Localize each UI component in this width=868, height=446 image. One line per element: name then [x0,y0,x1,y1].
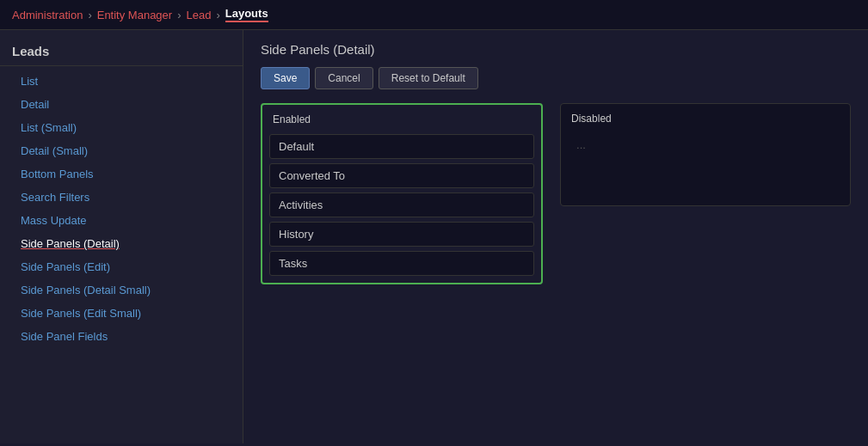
breadcrumb-sep-1: › [88,9,91,21]
sidebar-item-side-panel-fields[interactable]: Side Panel Fields [0,325,243,348]
breadcrumb: Administration › Entity Manager › Lead ›… [12,7,268,22]
sidebar-item-side-panels-edit-small[interactable]: Side Panels (Edit Small) [0,302,243,325]
breadcrumb-admin[interactable]: Administration [12,9,83,21]
breadcrumb-entity-manager[interactable]: Entity Manager [97,9,172,21]
breadcrumb-current: Layouts [225,7,268,22]
save-button[interactable]: Save [261,67,310,89]
sidebar-item-side-panels-detail[interactable]: Side Panels (Detail) [0,232,243,255]
panel-item-tasks[interactable]: Tasks [269,251,534,276]
sidebar-item-bottom-panels[interactable]: Bottom Panels [0,162,243,186]
cancel-button[interactable]: Cancel [315,67,372,89]
panel-item-default[interactable]: Default [269,134,534,159]
disabled-panel-header: Disabled [568,111,843,126]
sidebar-item-side-panels-edit[interactable]: Side Panels (Edit) [0,255,243,278]
breadcrumb-lead[interactable]: Lead [187,9,212,21]
action-buttons: Save Cancel Reset to Default [261,67,851,89]
sidebar: Leads List Detail List (Small) Detail (S… [0,30,243,443]
content-area: Side Panels (Detail) Save Cancel Reset t… [243,30,868,443]
disabled-panel-placeholder: ... [568,133,843,156]
breadcrumb-sep-2: › [177,9,181,21]
disabled-panel: Disabled ... [560,103,851,206]
main-container: Leads List Detail List (Small) Detail (S… [0,30,868,443]
top-bar: Administration › Entity Manager › Lead ›… [0,0,868,30]
enabled-panel-header: Enabled [269,112,534,127]
sidebar-item-list[interactable]: List [0,70,243,93]
sidebar-item-detail[interactable]: Detail [0,93,243,116]
breadcrumb-sep-3: › [216,9,219,21]
panel-item-activities[interactable]: Activities [269,192,534,217]
sidebar-title: Leads [0,39,243,66]
sidebar-item-search-filters[interactable]: Search Filters [0,186,243,209]
sidebar-item-mass-update[interactable]: Mass Update [0,209,243,232]
sidebar-item-detail-small[interactable]: Detail (Small) [0,139,243,162]
reset-to-default-button[interactable]: Reset to Default [379,67,478,89]
page-title: Side Panels (Detail) [261,42,851,57]
panel-item-history[interactable]: History [269,222,534,247]
panels-row: Enabled Default Converted To Activities … [261,103,851,284]
sidebar-item-side-panels-detail-small[interactable]: Side Panels (Detail Small) [0,278,243,302]
enabled-panel: Enabled Default Converted To Activities … [261,103,543,284]
panel-item-converted-to[interactable]: Converted To [269,163,534,188]
sidebar-item-list-small[interactable]: List (Small) [0,116,243,139]
